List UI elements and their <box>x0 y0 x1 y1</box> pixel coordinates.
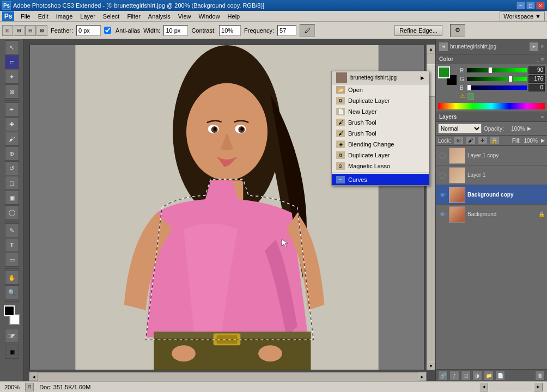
fill-arrow[interactable]: ▶ <box>541 138 545 143</box>
layer-eye-layer1copy[interactable]: ◯ <box>438 151 447 160</box>
ctx-curves[interactable]: ~ Curves <box>332 174 429 185</box>
r-slider-thumb[interactable] <box>488 67 493 74</box>
menu-edit[interactable]: Edit <box>35 12 52 21</box>
workspace-button[interactable]: Workspace ▼ <box>500 11 545 21</box>
add-style-btn[interactable]: ƒ <box>449 371 459 381</box>
foreground-color-swatch[interactable] <box>4 305 15 316</box>
ctx-brush-tool-2[interactable]: 🖌 Brush Tool <box>332 128 429 139</box>
tool-clone[interactable]: ⊕ <box>5 146 19 161</box>
ctx-open[interactable]: 📂 Open <box>332 84 429 95</box>
ctx-brush-tool-1[interactable]: 🖌 Brush Tool <box>332 117 429 128</box>
status-nav-right[interactable]: ► <box>534 383 543 391</box>
ctx-magnetic-lasso[interactable]: ⊙ Magnetic Lasso <box>332 161 429 171</box>
layer-eye-background[interactable]: 👁 <box>438 210 447 219</box>
color-spectrum-bar[interactable] <box>438 103 545 109</box>
tool-shape[interactable]: ▭ <box>5 253 19 267</box>
menu-file[interactable]: File <box>17 12 34 21</box>
width-input[interactable] <box>163 25 188 36</box>
tool-move[interactable]: ↖ <box>5 40 19 54</box>
tool-history[interactable]: ↺ <box>5 161 19 175</box>
color-panel-minimize[interactable]: _ <box>537 57 539 62</box>
new-adjustment-btn[interactable]: ◑ <box>472 371 482 381</box>
tool-dodge[interactable]: ◯ <box>5 205 19 219</box>
ctx-header-arrow[interactable]: ▶ <box>421 75 424 81</box>
tool-text[interactable]: T <box>5 238 19 252</box>
opacity-arrow[interactable]: ▶ <box>527 126 531 131</box>
lock-move-icon[interactable]: ✛ <box>478 137 487 144</box>
edit-mode-btn[interactable]: □◩ <box>5 329 19 343</box>
new-group-btn[interactable]: 📁 <box>484 371 494 381</box>
r-value[interactable]: 90 <box>528 66 545 74</box>
scroll-up-button[interactable]: ▲ <box>427 45 435 53</box>
layer-item-layer1copy[interactable]: ◯ Layer 1 copy <box>436 146 547 166</box>
tool-mode-btn-3[interactable]: ⊟ <box>25 25 36 36</box>
tool-zoom[interactable]: 🔍 <box>5 285 19 299</box>
tool-heal[interactable]: ✚ <box>5 117 19 131</box>
layer-item-background[interactable]: 👁 Background 🔒 <box>436 205 547 224</box>
ctx-duplicate-layer-1[interactable]: ⧉ Duplicate Layer <box>332 95 429 106</box>
tool-lasso[interactable]: ⊏ <box>5 55 19 69</box>
feather-input[interactable] <box>76 25 101 36</box>
lock-all-icon[interactable]: 🔒 <box>490 137 499 144</box>
ctx-blending-change[interactable]: ◈ Blending Change <box>332 139 429 150</box>
maximize-button[interactable]: □ <box>526 2 535 9</box>
tool-mode-btn-4[interactable]: ⊠ <box>37 25 47 36</box>
tool-gradient[interactable]: ▣ <box>5 191 19 205</box>
b-value[interactable]: 0 <box>528 84 545 91</box>
tool-mode-btn-2[interactable]: ⊞ <box>14 25 25 36</box>
fg-color-box[interactable] <box>438 66 450 78</box>
tool-pen[interactable]: ✎ <box>5 223 19 237</box>
scroll-right-button[interactable]: ► <box>418 372 427 381</box>
new-layer-btn[interactable]: 📄 <box>495 371 505 381</box>
refine-edge-button[interactable]: Refine Edge... <box>394 25 442 36</box>
frequency-input[interactable] <box>277 25 296 36</box>
menu-analysis[interactable]: Analysis <box>145 12 174 21</box>
b-slider-thumb[interactable] <box>467 84 471 91</box>
tool-mode-btn-1[interactable]: ⊡ <box>2 25 13 36</box>
color-panel-menu[interactable]: ≡ <box>541 57 544 62</box>
tool-magic-wand[interactable]: ✦ <box>5 70 19 84</box>
tool-brush[interactable]: 🖌 <box>5 132 19 146</box>
status-nav-left[interactable]: ◄ <box>479 383 488 391</box>
menu-select[interactable]: Select <box>100 12 123 21</box>
contrast-input[interactable] <box>219 25 241 36</box>
close-button[interactable]: × <box>536 2 545 9</box>
minimize-button[interactable]: − <box>516 2 525 9</box>
add-mask-btn[interactable]: ◻ <box>461 371 471 381</box>
scroll-down-button[interactable]: ▼ <box>427 362 435 370</box>
layers-panel-menu[interactable]: ≡ <box>541 114 544 120</box>
g-slider[interactable] <box>467 77 527 81</box>
zoom-fit-btn[interactable]: ⊡ <box>25 383 34 391</box>
blend-mode-select[interactable]: Normal Multiply Screen Overlay <box>438 124 482 133</box>
layer-item-background-copy[interactable]: 👁 Background copy <box>436 185 547 205</box>
link-layers-btn[interactable]: 🔗 <box>438 371 448 381</box>
doc-nav-left[interactable]: ◄ <box>439 42 448 51</box>
menu-view[interactable]: View <box>175 12 195 21</box>
layer-item-layer1[interactable]: ◯ Layer 1 <box>436 166 547 185</box>
delete-layer-btn[interactable]: 🗑 <box>535 371 545 381</box>
ctx-duplicate-layer-2[interactable]: ⧉ Duplicate Layer <box>332 150 429 161</box>
tool-eraser[interactable]: ◻ <box>5 176 19 190</box>
layer-eye-background-copy[interactable]: 👁 <box>438 191 447 199</box>
menu-help[interactable]: Help <box>224 12 244 21</box>
ctx-new-layer[interactable]: 📄 New Layer <box>332 106 429 117</box>
g-slider-thumb[interactable] <box>508 76 513 82</box>
r-slider[interactable] <box>467 68 527 72</box>
doc-nav-right[interactable]: ► <box>530 42 538 51</box>
horizontal-scrollbar[interactable]: ◄ ► <box>29 372 427 381</box>
doc-close-btn[interactable]: × <box>540 44 544 50</box>
tool-crop[interactable]: ⊠ <box>5 84 19 99</box>
menu-window[interactable]: Window <box>195 12 223 21</box>
lock-transparent-icon[interactable]: ⊡ <box>454 137 463 144</box>
antialias-checkbox[interactable] <box>104 27 111 34</box>
tool-hand[interactable]: ✋ <box>5 271 19 285</box>
layers-panel-minimize[interactable]: _ <box>537 114 539 120</box>
g-value[interactable]: 176 <box>528 75 545 83</box>
menu-filter[interactable]: Filter <box>124 12 143 21</box>
menu-layer[interactable]: Layer <box>77 12 99 21</box>
menu-image[interactable]: Image <box>53 12 76 21</box>
lock-image-icon[interactable]: 🖌 <box>466 137 475 144</box>
scroll-left-button[interactable]: ◄ <box>29 372 38 381</box>
layer-eye-layer1[interactable]: ◯ <box>438 171 447 180</box>
screen-mode-btn[interactable]: ▣ <box>5 345 19 359</box>
